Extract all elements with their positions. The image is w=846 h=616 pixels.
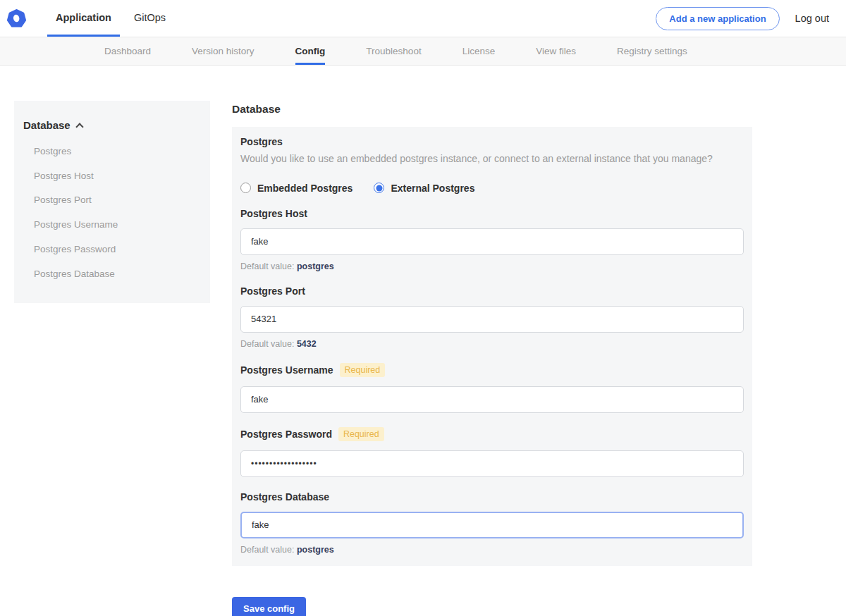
header-tab-gitops[interactable]: GitOps	[125, 0, 174, 37]
header-tab-application-label: Application	[56, 12, 111, 23]
field-postgres-database: Postgres Database Default value: postgre…	[240, 491, 744, 555]
postgres-port-input[interactable]	[240, 306, 744, 333]
required-badge: Required	[338, 427, 384, 441]
default-label: Default value:	[240, 261, 294, 271]
subnav-item-troubleshoot[interactable]: Troubleshoot	[366, 37, 421, 65]
postgres-password-input[interactable]	[240, 450, 744, 477]
header-tabs: Application GitOps	[47, 0, 180, 37]
subnav-item-license[interactable]: License	[462, 37, 496, 65]
config-panel: Postgres Would you like to use an embedd…	[232, 127, 752, 566]
subnav-item-version-history[interactable]: Version history	[192, 37, 255, 65]
postgres-database-input[interactable]	[240, 512, 744, 538]
section-title: Database	[232, 103, 752, 116]
postgres-group-description: Would you like to use an embedded postgr…	[240, 152, 744, 166]
required-badge: Required	[340, 363, 386, 377]
postgres-radio-group: Postgres Would you like to use an embedd…	[240, 136, 744, 194]
subnav-item-config[interactable]: Config	[295, 37, 326, 65]
logout-button[interactable]: Log out	[795, 13, 829, 24]
sidebar-item-postgres-database[interactable]: Postgres Database	[14, 262, 210, 287]
field-postgres-host-label: Postgres Host	[240, 208, 307, 219]
top-header: Application GitOps Add a new application…	[0, 0, 846, 37]
radio-embedded-postgres-label: Embedded Postgres	[257, 183, 352, 194]
default-label: Default value:	[240, 545, 294, 555]
field-postgres-port-label: Postgres Port	[240, 285, 305, 297]
sidebar-group-label: Database	[23, 119, 70, 131]
chevron-up-icon	[75, 123, 83, 130]
sidebar-item-postgres-username[interactable]: Postgres Username	[14, 213, 210, 238]
config-main: Database Postgres Would you like to use …	[232, 101, 752, 616]
sidebar-item-postgres-port[interactable]: Postgres Port	[14, 188, 210, 213]
radio-embedded-postgres[interactable]: Embedded Postgres	[240, 183, 352, 194]
field-postgres-password: Postgres Password Required	[240, 427, 744, 477]
header-tab-gitops-label: GitOps	[134, 12, 166, 23]
field-postgres-host: Postgres Host Default value: postgres	[240, 208, 744, 271]
postgres-port-default: Default value: 5432	[240, 339, 744, 349]
default-value: postgres	[297, 545, 334, 555]
subnav-item-registry-settings[interactable]: Registry settings	[617, 37, 687, 65]
radio-external-postgres-label: External Postgres	[391, 183, 474, 194]
save-config-button[interactable]: Save config	[232, 597, 306, 616]
subnav-item-dashboard[interactable]: Dashboard	[104, 37, 151, 65]
postgres-host-input[interactable]	[240, 228, 744, 255]
field-postgres-password-label: Postgres Password	[240, 429, 332, 440]
app-subnav: Dashboard Version history Config Trouble…	[0, 37, 846, 66]
postgres-database-default: Default value: postgres	[240, 545, 744, 555]
radio-unselected-icon[interactable]	[240, 183, 251, 193]
postgres-group-label: Postgres	[240, 136, 744, 147]
postgres-radio-row: Embedded Postgres External Postgres	[240, 183, 744, 194]
sidebar-item-postgres[interactable]: Postgres	[14, 140, 210, 164]
radio-selected-icon[interactable]	[374, 183, 384, 193]
field-postgres-database-label: Postgres Database	[240, 491, 329, 503]
subnav-item-view-files[interactable]: View files	[536, 37, 576, 65]
radio-external-postgres[interactable]: External Postgres	[374, 183, 474, 194]
header-right: Add a new application Log out	[656, 0, 829, 37]
postgres-host-default: Default value: postgres	[240, 261, 744, 271]
postgres-username-input[interactable]	[240, 386, 744, 413]
field-postgres-username-label: Postgres Username	[240, 364, 333, 376]
app-logo-icon	[7, 9, 26, 28]
default-value: postgres	[297, 261, 334, 271]
sidebar-item-postgres-host[interactable]: Postgres Host	[14, 164, 210, 189]
default-label: Default value:	[240, 339, 294, 349]
field-postgres-port: Postgres Port Default value: 5432	[240, 285, 744, 349]
field-postgres-username: Postgres Username Required	[240, 363, 744, 413]
sidebar-item-postgres-password[interactable]: Postgres Password	[14, 238, 210, 262]
page-body: Database Postgres Postgres Host Postgres…	[0, 66, 846, 616]
header-tab-application[interactable]: Application	[47, 0, 120, 37]
config-sidebar: Database Postgres Postgres Host Postgres…	[14, 101, 210, 303]
sidebar-group-database[interactable]: Database	[14, 119, 210, 131]
default-value: 5432	[297, 339, 317, 349]
add-application-button[interactable]: Add a new application	[656, 7, 779, 30]
app-logo[interactable]	[7, 0, 26, 37]
